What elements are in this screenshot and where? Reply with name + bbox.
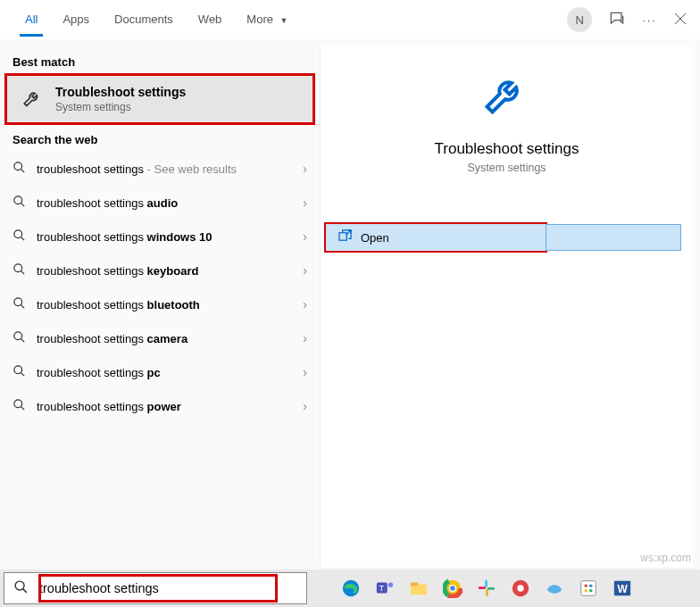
- svg-point-3: [14, 264, 22, 272]
- taskbar-paint-icon[interactable]: [577, 577, 600, 600]
- web-result[interactable]: troubleshoot settings power›: [0, 389, 320, 423]
- svg-point-13: [388, 583, 394, 588]
- close-icon[interactable]: [673, 12, 688, 29]
- wrench-icon-large: [321, 70, 693, 126]
- more-options-icon[interactable]: ···: [642, 13, 657, 27]
- taskbar-slack-icon[interactable]: [475, 577, 498, 600]
- taskbar-chrome-icon[interactable]: [441, 577, 464, 600]
- svg-point-2: [14, 230, 22, 238]
- svg-rect-21: [485, 580, 488, 587]
- svg-point-4: [14, 298, 22, 306]
- chevron-right-icon: ›: [303, 162, 307, 176]
- web-result[interactable]: troubleshoot settings bluetooth›: [0, 287, 320, 321]
- chevron-right-icon: ›: [303, 331, 307, 345]
- chevron-right-icon: ›: [303, 297, 307, 312]
- web-result-label: troubleshoot settings bluetooth: [37, 298, 303, 312]
- web-result[interactable]: troubleshoot settings audio›: [0, 186, 320, 220]
- svg-point-29: [589, 584, 593, 587]
- best-match-title: Troubleshoot settings: [55, 85, 186, 99]
- svg-point-0: [14, 162, 22, 170]
- wrench-icon: [20, 86, 46, 112]
- svg-rect-22: [479, 586, 486, 589]
- search-icon: [12, 262, 26, 279]
- svg-point-9: [15, 581, 24, 590]
- feedback-icon[interactable]: [608, 10, 626, 30]
- taskbar-app-icon-1[interactable]: [509, 577, 532, 600]
- taskbar-explorer-icon[interactable]: [407, 577, 430, 600]
- avatar[interactable]: N: [567, 7, 592, 32]
- taskbar-teams-icon[interactable]: T: [373, 577, 396, 600]
- web-result-label: troubleshoot settings - See web results: [37, 162, 303, 176]
- search-icon: [12, 161, 26, 177]
- chevron-right-icon: ›: [303, 399, 307, 413]
- open-extra-region[interactable]: [546, 224, 681, 251]
- search-input[interactable]: [38, 580, 279, 596]
- taskbar-word-icon[interactable]: W: [611, 577, 634, 600]
- tab-web[interactable]: Web: [186, 4, 235, 37]
- tab-apps[interactable]: Apps: [50, 4, 102, 37]
- svg-point-5: [14, 332, 22, 340]
- web-result-label: troubleshoot settings audio: [37, 196, 303, 210]
- best-match-result[interactable]: Troubleshoot settings System settings: [7, 76, 312, 122]
- search-icon: [12, 364, 26, 380]
- search-icon: [12, 229, 26, 245]
- taskbar-app-icon-2[interactable]: [543, 577, 566, 600]
- preview-subtitle: System settings: [321, 162, 693, 174]
- web-result[interactable]: troubleshoot settings - See web results›: [0, 152, 320, 186]
- svg-text:T: T: [379, 584, 385, 593]
- tab-more-label: More: [246, 12, 273, 26]
- svg-point-1: [14, 196, 22, 204]
- open-icon: [338, 229, 352, 245]
- preview-title: Troubleshoot settings: [321, 140, 693, 158]
- svg-point-30: [584, 589, 588, 593]
- search-icon: [12, 398, 26, 414]
- svg-point-26: [517, 585, 523, 591]
- chevron-right-icon: ›: [303, 263, 307, 278]
- chevron-right-icon: ›: [303, 365, 307, 379]
- open-label: Open: [361, 231, 389, 245]
- search-box[interactable]: [4, 572, 307, 604]
- svg-rect-27: [581, 581, 596, 596]
- tab-documents[interactable]: Documents: [102, 4, 186, 37]
- tab-more[interactable]: More ▼: [234, 4, 300, 37]
- svg-text:W: W: [617, 583, 628, 595]
- svg-rect-15: [411, 583, 418, 586]
- open-button[interactable]: Open: [326, 224, 546, 251]
- web-result[interactable]: troubleshoot settings keyboard›: [0, 254, 320, 287]
- best-match-subtitle: System settings: [55, 101, 186, 113]
- chevron-down-icon: ▼: [280, 16, 288, 25]
- svg-point-6: [14, 366, 22, 374]
- preview-pane: Troubleshoot settings System settings Op…: [320, 46, 693, 568]
- web-result-label: troubleshoot settings camera: [37, 332, 303, 345]
- taskbar-edge-icon[interactable]: [339, 577, 362, 600]
- search-icon: [12, 296, 26, 312]
- web-result[interactable]: troubleshoot settings windows 10›: [0, 220, 320, 254]
- search-web-label: Search the web: [0, 124, 320, 152]
- search-icon: [12, 330, 26, 346]
- search-icon: [13, 579, 29, 597]
- tab-all[interactable]: All: [12, 4, 50, 37]
- web-result[interactable]: troubleshoot settings camera›: [0, 321, 320, 355]
- web-result-label: troubleshoot settings pc: [37, 366, 303, 379]
- svg-rect-8: [339, 233, 346, 240]
- svg-point-31: [589, 589, 593, 593]
- web-result-label: troubleshoot settings keyboard: [37, 264, 303, 278]
- best-match-label: Best match: [0, 46, 320, 74]
- web-result[interactable]: troubleshoot settings pc›: [0, 355, 320, 389]
- web-result-label: troubleshoot settings windows 10: [37, 230, 303, 244]
- web-result-label: troubleshoot settings power: [37, 400, 303, 413]
- svg-point-20: [450, 586, 455, 591]
- svg-point-28: [584, 584, 588, 587]
- svg-point-7: [14, 400, 22, 408]
- chevron-right-icon: ›: [303, 195, 307, 210]
- svg-rect-23: [486, 589, 488, 596]
- chevron-right-icon: ›: [303, 229, 307, 244]
- svg-rect-24: [488, 587, 495, 590]
- search-icon: [12, 195, 26, 211]
